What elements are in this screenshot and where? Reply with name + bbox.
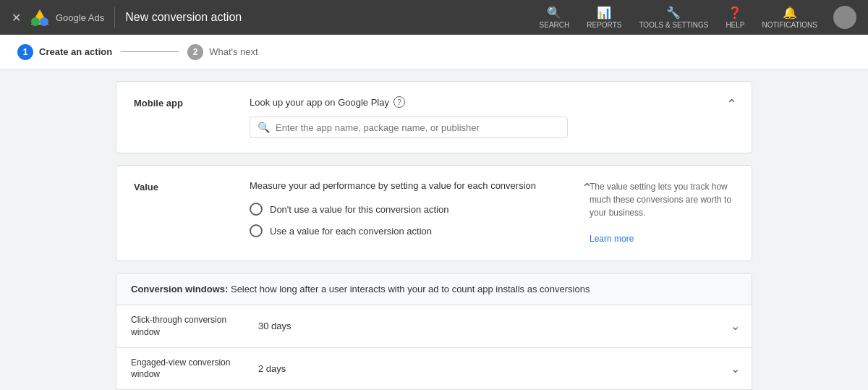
radio-option2-circle [250,224,263,237]
nav-notifications[interactable]: 🔔 NOTIFICATIONS [755,3,825,32]
mobile-app-content: Look up your app on Google Play ? 🔍 [250,96,734,138]
mobile-app-card: Mobile app Look up your app on Google Pl… [116,81,752,153]
mobile-app-row: Mobile app Look up your app on Google Pl… [116,82,752,153]
lookup-label: Look up your app on Google Play ? [250,96,734,108]
search-icon: 🔍 [547,6,561,20]
reports-icon: 📊 [597,6,611,20]
conversion-row-0: Click-through conversion window 30 days … [116,305,752,348]
tools-icon: 🔧 [666,6,681,20]
value-collapse-button[interactable]: ⌃ [582,180,592,196]
conversion-row-0-label: Click-through conversion window [116,305,247,347]
step-2: 2 What's next [187,44,258,60]
nav-tools[interactable]: 🔧 TOOLS & SETTINGS [631,3,715,32]
conversion-row-0-value: 30 days [247,312,719,340]
header-divider [114,7,115,27]
main-content: Mobile app Look up your app on Google Pl… [0,69,868,390]
conversion-row-1-chevron[interactable]: ⌄ [719,353,752,384]
breadcrumb-bar: 1 Create an action 2 What's next [0,35,868,69]
step-2-label: What's next [209,46,258,57]
value-option1[interactable]: Don't use a value for this conversion ac… [250,203,575,216]
nav-help[interactable]: ❓ HELP [718,3,752,32]
conversion-windows-header-text: Select how long after a user interacts w… [231,284,590,294]
value-sidebar-text: The value setting lets you track how muc… [590,182,731,218]
value-card: Value Measure your ad performance by set… [116,165,752,261]
value-description: Measure your ad performance by setting a… [250,180,575,191]
value-sidebar: The value setting lets you track how muc… [590,180,734,245]
radio-option1-label: Don't use a value for this conversion ac… [270,204,448,215]
header-nav: 🔍 SEARCH 📊 REPORTS 🔧 TOOLS & SETTINGS ❓ … [532,3,856,32]
value-option2[interactable]: Use a value for each conversion action [250,224,575,237]
value-row: Value Measure your ad performance by set… [116,166,752,260]
mobile-app-collapse-button[interactable]: ⌃ [726,96,737,112]
conversion-row-0-chevron[interactable]: ⌄ [719,310,752,342]
step-1: 1 Create an action [17,44,112,60]
notifications-icon: 🔔 [783,6,797,20]
step-line [121,51,179,52]
mobile-app-label: Mobile app [134,96,250,109]
conversion-windows-section: Conversion windows: Select how long afte… [116,273,752,390]
app-header: ✕ Google Ads New conversion action 🔍 SEA… [0,0,868,35]
value-label: Value [134,180,250,192]
help-icon: ❓ [728,6,742,20]
learn-more-link[interactable]: Learn more [590,234,634,244]
lookup-help-icon[interactable]: ? [393,96,405,108]
step-1-number: 1 [17,44,33,60]
conversion-windows-header-bold: Conversion windows: [131,284,228,294]
close-button[interactable]: ✕ [12,11,21,25]
page-title: New conversion action [125,11,532,24]
app-name: Google Ads [56,12,104,23]
conversion-row-1: Engaged-view conversion window 2 days ⌄ [116,348,752,390]
nav-reports[interactable]: 📊 REPORTS [579,3,629,32]
conversion-windows-header: Conversion windows: Select how long afte… [116,274,752,305]
nav-tools-label: TOOLS & SETTINGS [639,21,708,29]
svg-point-2 [31,17,40,26]
conversion-row-1-label: Engaged-view conversion window [116,348,247,390]
nav-help-label: HELP [726,21,744,29]
app-search-input-wrap[interactable]: 🔍 [250,116,568,138]
nav-search[interactable]: 🔍 SEARCH [532,3,577,32]
google-ads-logo [30,7,50,27]
nav-notifications-label: NOTIFICATIONS [762,21,817,29]
nav-search-label: SEARCH [540,21,570,29]
svg-point-1 [40,17,48,26]
user-avatar[interactable] [833,6,856,29]
radio-option1-circle [250,203,263,216]
step-1-label: Create an action [39,46,112,57]
app-search-icon: 🔍 [258,122,270,133]
radio-option2-label: Use a value for each conversion action [270,226,432,237]
nav-reports-label: REPORTS [587,21,621,29]
conversion-row-1-value: 2 days [247,355,719,383]
app-search-input[interactable] [276,122,560,133]
step-2-number: 2 [187,44,203,60]
value-content: Measure your ad performance by setting a… [250,180,575,246]
